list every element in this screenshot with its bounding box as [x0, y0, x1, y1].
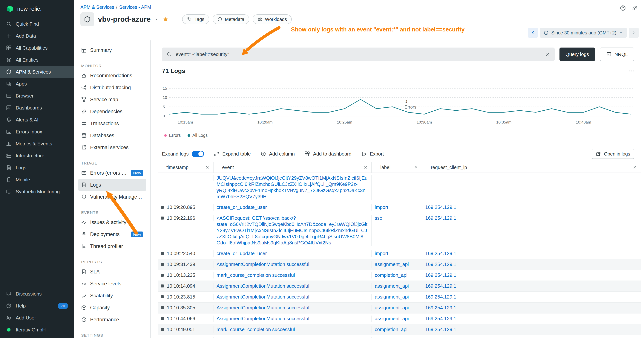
subnav-entry[interactable]: Dependencies — [78, 106, 146, 118]
row-handle-icon[interactable] — [161, 252, 164, 255]
sidebar-item[interactable]: Apps — [0, 78, 74, 90]
ip-link[interactable]: 169.254.129.1 — [425, 315, 637, 322]
row-handle-icon[interactable] — [161, 217, 164, 219]
row-handle-icon[interactable] — [161, 328, 164, 331]
entity-chip-button[interactable]: Tags — [182, 15, 209, 24]
sidebar-item[interactable]: APM & Services — [0, 66, 74, 78]
label-link[interactable]: assignment_api — [375, 261, 418, 267]
subnav-entry[interactable]: Service map — [78, 94, 146, 106]
table-row[interactable]: 10:09:20.895 create_or_update_user impor… — [158, 202, 641, 213]
add-column-button[interactable]: Add column — [260, 151, 295, 157]
subnav-entry[interactable]: Distributed tracing — [78, 82, 146, 94]
subnav-entry[interactable]: Capacity — [78, 302, 146, 314]
label-link[interactable]: assignment_api — [375, 337, 418, 338]
subnav-entry[interactable]: Issues & activity — [78, 216, 146, 228]
row-handle-icon[interactable] — [161, 317, 164, 320]
ip-link[interactable]: 169.254.129.1 — [425, 272, 637, 278]
subnav-entry[interactable]: TRIAGE — [78, 159, 146, 167]
event-link[interactable]: AssignmentCompletionMutation successful — [216, 283, 368, 289]
sidebar-footer-item[interactable]: Add User — [0, 312, 74, 324]
breadcrumb-link-services-apm[interactable]: Services - APM — [119, 5, 151, 10]
sidebar-item[interactable]: Dashboards — [0, 102, 74, 114]
subnav-entry[interactable]: Scalability — [78, 290, 146, 302]
table-row[interactable]: 10:10:44.066 AssignmentCompletionMutatio… — [158, 313, 641, 324]
table-row[interactable]: 10:09:22.196 <ASGIRequest: GET '/sso/cal… — [158, 213, 641, 248]
sidebar-item[interactable]: All Capabilities — [0, 42, 74, 54]
label-link[interactable]: completion_api — [375, 272, 418, 278]
sidebar-item[interactable]: Errors Inbox — [0, 126, 74, 138]
label-link[interactable]: import — [375, 204, 418, 210]
column-header-label[interactable]: label — [372, 162, 422, 173]
label-link[interactable]: assignment_api — [375, 305, 418, 311]
table-row[interactable]: 10:09:22.540 create_or_update_user impor… — [158, 248, 641, 259]
entity-switcher-caret-icon[interactable] — [154, 17, 159, 22]
row-handle-icon[interactable] — [161, 306, 164, 309]
event-link[interactable]: AssignmentCompletionMutation successful — [216, 315, 368, 322]
event-link[interactable]: mark_course_completion successful — [216, 272, 368, 278]
ip-link[interactable]: 169.254.129.1 — [425, 337, 637, 338]
sidebar-footer-item[interactable]: Iterativ GmbH — [0, 324, 74, 336]
table-row[interactable]: 10:10:23.815 AssignmentCompletionMutatio… — [158, 292, 641, 303]
subnav-entry[interactable]: Databases — [78, 130, 146, 142]
table-row[interactable]: JUQVU&code=eyJraWQiOiJjcGltY29yZV8wOTl1M… — [158, 173, 641, 202]
subnav-entry[interactable]: EVENTS — [78, 209, 146, 216]
subnav-entry[interactable]: Summary — [78, 44, 146, 56]
event-link[interactable]: create_or_update_user — [216, 204, 368, 210]
entity-chip-button[interactable]: Workloads — [253, 15, 292, 24]
permalink-icon[interactable] — [632, 5, 638, 11]
sidebar-item[interactable]: Logs — [0, 162, 74, 174]
ip-link[interactable]: 169.254.129.1 — [425, 305, 637, 311]
nrql-button[interactable]: NRQL — [600, 48, 634, 61]
table-row[interactable]: 10:10:49.051 mark_course_completion succ… — [158, 324, 641, 335]
subnav-entry[interactable]: Thread profiler — [78, 240, 146, 252]
table-row[interactable]: 10:11:00.311 AssignmentCompletionMutatio… — [158, 335, 641, 338]
label-link[interactable]: import — [375, 250, 418, 257]
column-header-request-client-ip[interactable]: request_client_ip — [422, 162, 641, 173]
row-handle-icon[interactable] — [161, 284, 164, 287]
remove-column-icon[interactable] — [205, 165, 210, 169]
subnav-entry[interactable]: SETTINGS — [78, 332, 146, 338]
label-link[interactable]: completion_api — [375, 326, 418, 332]
remove-column-icon[interactable] — [414, 165, 418, 169]
event-link[interactable]: mark_course_completion successful — [216, 326, 368, 332]
remove-column-icon[interactable] — [633, 165, 637, 169]
subnav-entry[interactable]: Errors (errors inb... New — [78, 167, 146, 179]
breadcrumb-link-apm-services[interactable]: APM & Services — [80, 5, 114, 10]
legend-item[interactable]: All Logs — [188, 133, 208, 138]
more-options-icon[interactable] — [628, 68, 634, 74]
expand-logs-toggle[interactable] — [192, 151, 204, 157]
event-link[interactable]: AssignmentCompletionMutation successful — [216, 294, 368, 300]
log-query-input[interactable] — [175, 51, 542, 58]
entity-chip-button[interactable]: Metadata — [212, 15, 249, 24]
legend-item[interactable]: Errors — [164, 133, 181, 138]
sidebar-item[interactable]: Quick Find — [0, 18, 74, 30]
log-search-box[interactable] — [162, 48, 554, 61]
subnav-entry[interactable]: Deployments New — [78, 228, 146, 240]
sidebar-item[interactable]: Synthetic Monitoring — [0, 186, 74, 198]
help-icon[interactable] — [620, 5, 626, 11]
label-link[interactable]: assignment_api — [375, 283, 418, 289]
table-row[interactable]: 10:10:35.305 AssignmentCompletionMutatio… — [158, 303, 641, 313]
label-link[interactable]: assignment_api — [375, 294, 418, 300]
event-link[interactable]: AssignmentCompletionMutation successful — [216, 337, 368, 338]
sidebar-item[interactable]: Add Data — [0, 30, 74, 42]
subnav-entry[interactable]: Recommendations — [78, 70, 146, 82]
table-row[interactable]: 10:10:14.094 AssignmentCompletionMutatio… — [158, 281, 641, 292]
ip-link[interactable]: 169.254.129.1 — [425, 261, 637, 267]
sidebar-footer-item[interactable]: Discussions — [0, 288, 74, 300]
open-in-logs-button[interactable]: Open in logs — [592, 149, 634, 159]
sidebar-item[interactable]: Browser — [0, 90, 74, 102]
add-to-dashboard-button[interactable]: Add to dashboard — [304, 151, 351, 157]
ip-link[interactable]: 169.254.129.1 — [425, 215, 637, 221]
expand-table-button[interactable]: Expand table — [214, 151, 251, 157]
favorite-star-icon[interactable] — [163, 16, 169, 22]
ip-link[interactable]: 169.254.129.1 — [425, 250, 637, 257]
label-link[interactable]: sso — [375, 215, 418, 221]
time-forward-button[interactable] — [629, 28, 639, 38]
event-link[interactable]: AssignmentCompletionMutation successful — [216, 261, 368, 267]
row-handle-icon[interactable] — [161, 263, 164, 266]
sidebar-item[interactable]: Alerts & AI — [0, 114, 74, 126]
query-logs-button[interactable]: Query logs — [560, 48, 595, 61]
subnav-entry[interactable]: Logs — [78, 179, 146, 191]
export-button[interactable]: Export — [361, 151, 384, 157]
